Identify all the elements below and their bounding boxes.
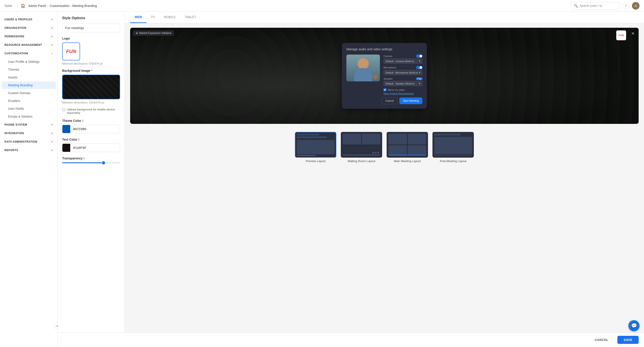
preview-logo-text: FUN	[619, 34, 624, 37]
section-label: ORGANIZATION	[4, 26, 26, 30]
layout-thumb-preview[interactable]	[295, 132, 336, 158]
layout-label-waiting-room: Waiting Room Layout	[348, 160, 376, 163]
chevron-icon: +	[51, 34, 53, 38]
mic-toggle[interactable]	[416, 66, 422, 69]
layout-item-waiting-room[interactable]: Waiting Room Layout	[341, 132, 382, 163]
sidebar-section-phone-system[interactable]: PHONE SYSTEM +	[0, 120, 58, 129]
sidebar: USERS & PROFILES + ORGANIZATION + PERMIS…	[0, 12, 58, 347]
text-color-field[interactable]: #1A0F0F	[62, 144, 120, 152]
system-requirements-link[interactable]: View System Requirements	[384, 92, 422, 95]
section-label: RESOURCE MANAGEMENT	[4, 44, 42, 46]
search-icon: 🔍	[574, 4, 578, 8]
search-input[interactable]	[580, 4, 617, 8]
logo-text: FUN	[66, 48, 76, 54]
sidebar-item-emailers[interactable]: Emailers	[2, 97, 56, 105]
speaker-setting: Speaker Play Default - Speaker (Built-in…	[384, 77, 422, 86]
sidebar-item-meeting-branding[interactable]: Meeting Branding	[2, 82, 56, 89]
info-icon: ℹ	[78, 138, 80, 141]
layout-label-post-meeting: Post Meeting Layout	[440, 160, 466, 163]
mobile-bg-checkbox-row: Upload background for mobile device sepa…	[62, 108, 120, 114]
tab-tv[interactable]: TV	[146, 12, 160, 23]
camera-select[interactable]: Default - Camera (Built-in) ▾	[384, 58, 422, 64]
cancel-button[interactable]: CANCEL	[588, 336, 615, 344]
bg-image-upload-area[interactable]	[62, 75, 120, 99]
help-button[interactable]: ?	[622, 2, 629, 9]
modal-settings-panel: Camera Default - Camera (Built-in) ▾	[384, 54, 422, 95]
section-label: USERS & PROFILES	[4, 18, 32, 21]
camera-default-label: Default - Camera (Built-in)	[386, 60, 414, 62]
theme-color-field[interactable]: #0259B6	[62, 125, 120, 133]
panel-title: Style Options	[62, 16, 120, 20]
logo-upload-area[interactable]: FUN	[62, 42, 80, 60]
chevron-down-icon: ▾	[419, 71, 420, 74]
slider-track[interactable]	[62, 162, 120, 163]
layout-item-main-meeting[interactable]: Main Meeting Layout	[386, 132, 428, 163]
sidebar-section-resource-management[interactable]: RESOURCE MANAGEMENT +	[0, 41, 58, 49]
breadcrumb-admin[interactable]: Admin Panel	[28, 4, 46, 8]
microphone-label: Microphone	[384, 66, 422, 69]
text-color-swatch[interactable]	[62, 144, 70, 152]
sidebar-section-users-profiles[interactable]: USERS & PROFILES +	[0, 15, 58, 24]
chat-bubble-button[interactable]: 💬	[628, 320, 640, 331]
mobile-bg-checkbox[interactable]	[62, 108, 65, 111]
left-panel: Style Options Logo FUN Minimum dimension…	[58, 12, 125, 347]
sidebar-item-user-fields[interactable]: User Fields	[2, 105, 56, 112]
layout-label-preview: Preview Layout	[306, 160, 326, 163]
modal-start-button[interactable]: Start Meeting	[399, 98, 422, 104]
text-color-label: Text Color ℹ	[62, 138, 120, 141]
layout-item-preview[interactable]: Preview Layout	[295, 132, 336, 163]
section-label: INTEGRATION	[4, 132, 24, 135]
sidebar-section-reports[interactable]: REPORTS +	[0, 146, 58, 154]
layout-thumb-main-meeting[interactable]	[386, 132, 428, 158]
home-icon[interactable]: 🏠	[20, 3, 26, 8]
sidebar-item-user-profile-settings[interactable]: User Profile & Settings	[2, 58, 56, 66]
preview-container: 🖥 Market Expansion Initiative ✕ FUN Mana…	[125, 23, 644, 128]
chevron-icon: +	[51, 148, 53, 152]
speaker-select[interactable]: Default - Speaker (Built-in) ▾	[384, 81, 422, 86]
microphone-select[interactable]: Default - Microphone (Built-in) ▾	[384, 70, 422, 75]
sidebar-section-organization[interactable]: ORGANIZATION +	[0, 24, 58, 32]
slider-thumb[interactable]	[102, 161, 106, 165]
layout-thumb-post-meeting[interactable]	[432, 132, 474, 158]
mirror-label: Mirror my video	[388, 88, 405, 91]
sidebar-section-data-administration[interactable]: DATA ADMINISTRATION +	[0, 138, 58, 146]
tab-mobile[interactable]: MOBILE	[160, 12, 180, 23]
preview-modal: Manage audio and video settings	[342, 43, 427, 109]
sidebar-section-integration[interactable]: INTEGRATION +	[0, 129, 58, 138]
microphone-setting: Microphone Default - Microphone (Built-i…	[384, 66, 422, 75]
modal-cancel-button[interactable]: Cancel	[382, 98, 397, 104]
bg-image-label: Background Image *	[62, 69, 120, 72]
camera-label: Camera	[384, 54, 422, 58]
section-label: CUSTOMIZATION	[4, 52, 28, 55]
sidebar-item-assets[interactable]: Assets	[2, 74, 56, 81]
mirror-checkbox[interactable]	[384, 88, 386, 91]
search-bar[interactable]: 🔍	[571, 2, 620, 10]
brand-logo: Zyber	[4, 4, 12, 8]
tab-tablet[interactable]: TABLET	[180, 12, 200, 23]
monitor-icon: 🖥	[136, 32, 138, 34]
sidebar-item-emojis-stickers[interactable]: Emojis & Stickers	[2, 113, 56, 120]
sidebar-section-permissions[interactable]: PERMISSIONS +	[0, 32, 58, 41]
theme-color-swatch[interactable]	[62, 125, 70, 133]
preview-meeting-header: 🖥 Market Expansion Initiative	[133, 30, 174, 36]
camera-toggle[interactable]	[416, 54, 422, 58]
bg-image-overlay	[62, 75, 120, 99]
save-button[interactable]: SAVE	[618, 336, 639, 344]
bg-image-dimension-hint: Minimum dimensions: 1024x576 px	[62, 101, 120, 104]
layout-item-post-meeting[interactable]: Post Meeting Layout	[432, 132, 474, 163]
user-avatar[interactable]: A	[632, 2, 640, 10]
content-area: Style Options Logo FUN Minimum dimension…	[58, 12, 644, 347]
layout-thumb-waiting-room[interactable]	[341, 132, 382, 158]
mobile-bg-label: Upload background for mobile device sepa…	[67, 108, 120, 114]
tab-web[interactable]: WEB	[130, 12, 146, 23]
sidebar-item-themes[interactable]: Themes	[2, 66, 56, 73]
sidebar-item-custom-domain[interactable]: Custom Domain	[2, 89, 56, 97]
sidebar-collapse-button[interactable]: ‹≡	[54, 323, 58, 329]
sidebar-section-customization[interactable]: CUSTOMIZATION −	[0, 49, 58, 58]
section-label: DATA ADMINISTRATION	[4, 140, 37, 143]
speaker-play-tag[interactable]: Play	[416, 77, 422, 80]
video-avatar	[373, 74, 378, 80]
style-name-input[interactable]	[62, 24, 120, 32]
preview-close-button[interactable]: ✕	[630, 30, 636, 37]
bottom-actions: CANCEL SAVE	[58, 332, 644, 347]
